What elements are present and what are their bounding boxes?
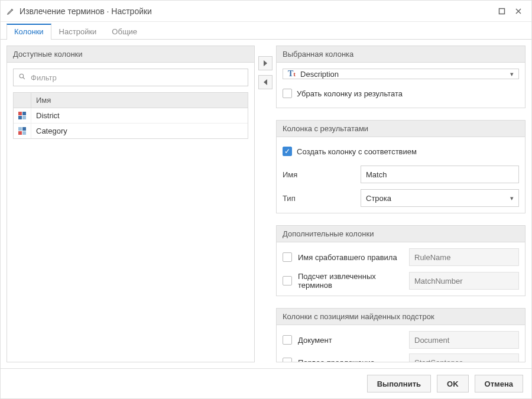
text-type-icon: Tt xyxy=(288,69,296,79)
start-sentence-checkbox[interactable] xyxy=(283,358,292,362)
run-button[interactable]: Выполнить xyxy=(367,375,431,392)
position-columns-title: Колонки с позициями найденных подстрок xyxy=(277,309,525,325)
match-name-input[interactable] xyxy=(361,166,519,183)
column-name-header: Имя xyxy=(31,93,248,108)
dialog-window: Извлечение терминов · Настройки Колонки … xyxy=(0,0,532,399)
data-type-icon xyxy=(14,124,31,138)
data-type-icon xyxy=(14,108,31,123)
chevron-down-icon: ▾ xyxy=(510,194,514,202)
cancel-button[interactable]: Отмена xyxy=(475,375,523,392)
match-type-label: Тип xyxy=(283,194,353,203)
close-button[interactable] xyxy=(510,3,527,20)
tab-bar: Колонки Настройки Общие xyxy=(1,22,531,40)
move-right-button[interactable] xyxy=(258,56,273,70)
column-name: Category xyxy=(31,124,248,138)
transfer-buttons xyxy=(255,46,276,362)
window-title: Извлечение терминов · Настройки xyxy=(20,7,152,16)
selected-column-value: Description xyxy=(300,70,339,79)
table-row[interactable]: Category xyxy=(14,124,248,138)
document-label: Документ xyxy=(298,336,403,345)
match-name-label: Имя xyxy=(283,170,353,179)
available-columns-table: Имя District Category xyxy=(13,92,248,139)
position-columns-scroll[interactable]: Документ Первое предложение Первый токен xyxy=(277,325,525,362)
selected-column-panel: Выбранная колонка Tt Description ▾ Убрат… xyxy=(276,46,525,108)
filter-input-wrap[interactable] xyxy=(13,69,248,86)
dialog-body: Доступные колонки Имя xyxy=(1,40,531,368)
match-count-input xyxy=(409,272,519,290)
additional-columns-panel: Дополнительные колонки Имя сработавшего … xyxy=(276,225,525,296)
right-pane: Выбранная колонка Tt Description ▾ Убрат… xyxy=(276,46,525,362)
position-columns-panel: Колонки с позициями найденных подстрок Д… xyxy=(276,308,525,362)
create-match-column-checkbox[interactable] xyxy=(283,147,292,156)
chevron-down-icon: ▾ xyxy=(510,70,514,78)
available-columns-panel: Доступные колонки Имя xyxy=(7,46,255,362)
rule-name-checkbox[interactable] xyxy=(283,252,292,262)
start-sentence-label: Первое предложение xyxy=(298,358,403,362)
left-pane: Доступные колонки Имя xyxy=(7,46,255,362)
create-match-column-label: Создать колонку с соответствием xyxy=(297,147,519,156)
selected-column-dropdown[interactable]: Tt Description ▾ xyxy=(283,69,519,79)
svg-point-1 xyxy=(20,74,24,78)
table-row[interactable]: District xyxy=(14,108,248,124)
result-column-title: Колонка с результатами xyxy=(277,121,525,137)
start-sentence-input xyxy=(409,353,519,362)
hide-column-label: Убрать колонку из результата xyxy=(297,89,519,98)
column-icon-header xyxy=(14,93,31,108)
maximize-button[interactable] xyxy=(494,3,510,20)
tab-general[interactable]: Общие xyxy=(104,23,145,40)
rule-name-label: Имя сработавшего правила xyxy=(298,253,403,262)
hide-column-checkbox[interactable] xyxy=(283,89,292,98)
filter-input[interactable] xyxy=(30,73,243,83)
pencil-icon xyxy=(5,7,16,15)
available-columns-title: Доступные колонки xyxy=(7,46,254,63)
document-checkbox[interactable] xyxy=(283,335,292,345)
rule-name-input xyxy=(409,248,519,266)
match-type-dropdown[interactable]: Строка ▾ xyxy=(361,189,519,207)
ok-button[interactable]: OK xyxy=(437,375,469,392)
selected-column-title: Выбранная колонка xyxy=(277,46,525,63)
svg-rect-0 xyxy=(499,8,505,14)
titlebar: Извлечение терминов · Настройки xyxy=(1,1,531,22)
match-type-value: Строка xyxy=(366,194,391,203)
document-input xyxy=(409,331,519,349)
result-column-panel: Колонка с результатами Создать колонку с… xyxy=(276,120,525,213)
column-name: District xyxy=(31,108,248,123)
dialog-footer: Выполнить OK Отмена xyxy=(1,368,531,398)
additional-columns-title: Дополнительные колонки xyxy=(277,226,525,242)
tab-settings[interactable]: Настройки xyxy=(51,23,105,40)
move-left-button[interactable] xyxy=(258,75,273,89)
match-count-label: Подсчет извлеченных терминов xyxy=(298,272,403,290)
match-count-checkbox[interactable] xyxy=(283,276,292,286)
search-icon xyxy=(18,73,26,82)
tab-columns[interactable]: Колонки xyxy=(7,24,51,40)
